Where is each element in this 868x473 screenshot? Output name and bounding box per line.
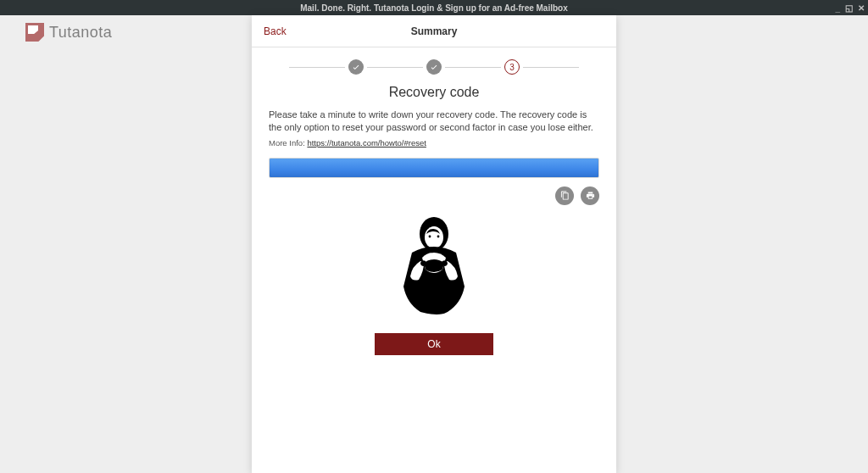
ok-button[interactable]: Ok [375, 333, 493, 355]
svg-point-3 [437, 235, 440, 237]
check-icon [430, 63, 438, 71]
step-3-dot: 3 [504, 59, 520, 75]
copy-icon [560, 191, 570, 200]
step-line [445, 67, 501, 68]
step-1-dot [348, 59, 364, 75]
recovery-code-field[interactable] [269, 158, 599, 178]
step-line [367, 67, 423, 68]
window-close-icon[interactable]: ✕ [858, 3, 865, 13]
window-title: Mail. Done. Right. Tutanota Login & Sign… [300, 3, 568, 13]
print-button[interactable] [581, 186, 599, 205]
step-line [523, 67, 579, 68]
window-titlebar: Mail. Done. Right. Tutanota Login & Sign… [0, 0, 868, 15]
back-button[interactable]: Back [252, 25, 298, 37]
secret-illustration [383, 212, 485, 318]
illustration-wrap [252, 209, 616, 326]
more-info-label: More Info: [269, 138, 305, 147]
progress-stepper: 3 [252, 47, 616, 80]
brand-logo-mark-icon [25, 23, 44, 42]
print-icon [586, 191, 595, 200]
window-controls: _ ◱ ✕ [835, 0, 865, 15]
svg-point-2 [429, 235, 431, 237]
window-maximize-icon[interactable]: ◱ [845, 3, 853, 13]
more-info-link[interactable]: https://tutanota.com/howto/#reset [307, 138, 426, 147]
dialog-header: Back Summary [252, 15, 616, 47]
check-icon [352, 63, 360, 71]
code-actions [252, 178, 616, 209]
window-minimize-icon[interactable]: _ [835, 3, 840, 13]
recovery-description: Please take a minute to write down your … [252, 109, 616, 135]
more-info: More Info: https://tutanota.com/howto/#r… [252, 135, 616, 154]
brand-logo[interactable]: Tutanota [25, 23, 112, 42]
step-3-number: 3 [509, 63, 515, 72]
signup-dialog: Back Summary 3 Recovery code Please take… [252, 15, 616, 473]
step-2-dot [426, 59, 442, 75]
brand-logo-text: Tutanota [49, 24, 112, 42]
section-heading: Recovery code [252, 85, 616, 100]
copy-button[interactable] [555, 186, 574, 205]
dialog-title: Summary [252, 25, 616, 37]
step-line [289, 67, 345, 68]
